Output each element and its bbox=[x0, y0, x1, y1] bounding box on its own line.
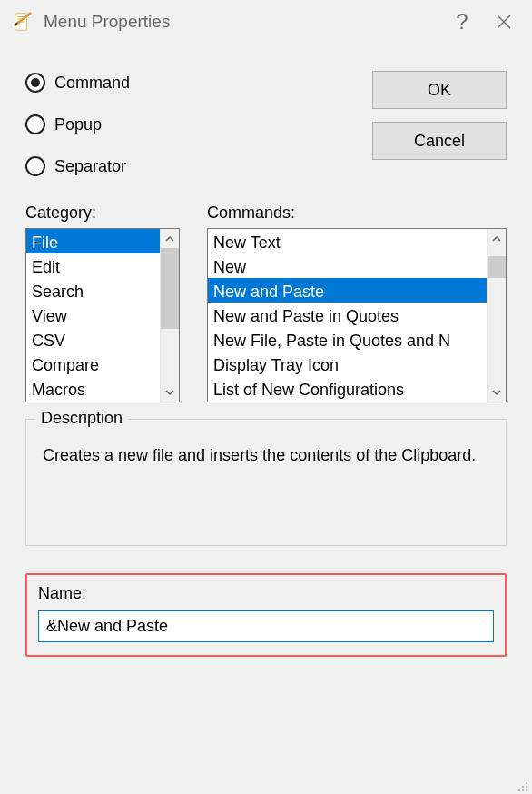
svg-point-13 bbox=[526, 789, 527, 791]
scroll-track[interactable] bbox=[488, 248, 506, 382]
cancel-button[interactable]: Cancel bbox=[372, 122, 507, 160]
commands-label: Commands: bbox=[207, 203, 507, 223]
category-column: Category: File Edit Search View CSV Comp… bbox=[25, 203, 180, 402]
radio-label: Popup bbox=[54, 115, 102, 134]
resize-grip-icon[interactable] bbox=[514, 778, 528, 792]
category-listbox[interactable]: File Edit Search View CSV Compare Macros bbox=[25, 228, 180, 402]
list-item[interactable]: New and Paste bbox=[208, 278, 487, 303]
scroll-thumb[interactable] bbox=[161, 248, 179, 329]
list-item[interactable]: Display Tray Icon bbox=[208, 352, 487, 376]
list-item[interactable]: New Text bbox=[208, 229, 487, 253]
name-input[interactable] bbox=[38, 610, 494, 642]
app-icon bbox=[11, 11, 33, 33]
radio-label: Command bbox=[54, 74, 130, 93]
list-item[interactable]: View bbox=[26, 303, 160, 327]
dialog-window: Menu Properties ? Command Popup Separato… bbox=[0, 0, 532, 794]
type-radio-group: Command Popup Separator bbox=[25, 71, 130, 176]
svg-line-5 bbox=[15, 24, 17, 25]
ok-button[interactable]: OK bbox=[372, 71, 507, 109]
scroll-up-icon[interactable] bbox=[488, 229, 506, 248]
commands-column: Commands: New Text New New and Paste New… bbox=[207, 203, 507, 402]
radio-popup[interactable]: Popup bbox=[25, 114, 130, 134]
list-item[interactable]: List of New Configurations bbox=[208, 376, 487, 401]
description-groupbox: Description Creates a new file and inser… bbox=[25, 419, 507, 546]
scroll-down-icon[interactable] bbox=[161, 382, 179, 402]
list-item[interactable]: Compare bbox=[26, 352, 160, 376]
titlebar: Menu Properties ? bbox=[0, 0, 532, 44]
commands-listbox[interactable]: New Text New New and Paste New and Paste… bbox=[207, 228, 507, 402]
list-item[interactable]: Edit bbox=[26, 253, 160, 278]
scroll-down-icon[interactable] bbox=[488, 382, 506, 402]
commands-list-items: New Text New New and Paste New and Paste… bbox=[208, 229, 487, 402]
list-item[interactable]: New and Paste in Quotes bbox=[208, 303, 487, 327]
list-item[interactable]: File bbox=[26, 229, 160, 253]
list-item[interactable]: New File, Paste in Quotes and N bbox=[208, 327, 487, 352]
category-label: Category: bbox=[25, 203, 180, 223]
scrollbar[interactable] bbox=[160, 229, 179, 402]
category-list-items: File Edit Search View CSV Compare Macros bbox=[26, 229, 160, 402]
description-legend: Description bbox=[35, 409, 128, 428]
list-item[interactable]: Search bbox=[26, 278, 160, 303]
help-button[interactable]: ? bbox=[441, 1, 483, 43]
lists-row: Category: File Edit Search View CSV Comp… bbox=[25, 203, 507, 402]
list-item[interactable]: CSV bbox=[26, 327, 160, 352]
svg-point-9 bbox=[522, 786, 524, 788]
svg-point-11 bbox=[518, 789, 520, 791]
radio-separator[interactable]: Separator bbox=[25, 156, 130, 176]
svg-point-12 bbox=[522, 789, 524, 791]
svg-point-8 bbox=[526, 782, 527, 784]
description-text: Creates a new file and inserts the conte… bbox=[43, 443, 489, 469]
scroll-thumb[interactable] bbox=[488, 256, 506, 278]
dialog-content: Command Popup Separator OK Cancel Catego… bbox=[0, 44, 532, 794]
scroll-track[interactable] bbox=[161, 248, 179, 382]
close-button[interactable] bbox=[483, 1, 525, 43]
button-column: OK Cancel bbox=[372, 71, 507, 176]
scrollbar[interactable] bbox=[487, 229, 506, 402]
name-label: Name: bbox=[38, 584, 494, 603]
top-row: Command Popup Separator OK Cancel bbox=[25, 71, 507, 176]
radio-indicator bbox=[25, 156, 45, 176]
svg-point-10 bbox=[526, 786, 527, 788]
list-item[interactable]: Macros bbox=[26, 376, 160, 401]
list-item[interactable]: New bbox=[208, 253, 487, 278]
radio-indicator bbox=[25, 73, 45, 93]
radio-label: Separator bbox=[54, 157, 126, 176]
radio-command[interactable]: Command bbox=[25, 73, 130, 93]
scroll-up-icon[interactable] bbox=[161, 229, 179, 248]
name-group-highlighted: Name: bbox=[25, 573, 507, 657]
radio-indicator bbox=[25, 114, 45, 134]
dialog-title: Menu Properties bbox=[44, 12, 441, 32]
